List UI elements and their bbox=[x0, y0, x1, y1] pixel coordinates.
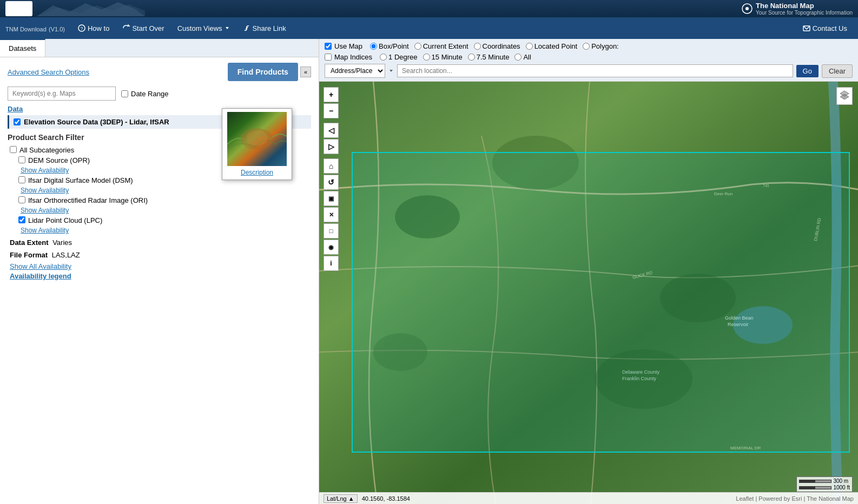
current-extent-option[interactable]: Current Extent bbox=[414, 42, 468, 50]
map-area[interactable]: Golden Bean Reservoir Delaware County Fr… bbox=[319, 82, 858, 504]
layers-button[interactable] bbox=[836, 87, 853, 105]
map-toolbar: + − ◁ ▷ ⌂ ↺ ▣ ✕ □ ◉ i bbox=[324, 87, 339, 271]
lidar-checkbox[interactable] bbox=[18, 216, 25, 223]
keyword-input[interactable] bbox=[8, 87, 116, 101]
dropdown-icon bbox=[388, 68, 394, 74]
file-format-section: File Format LAS,LAZ bbox=[10, 251, 311, 259]
address-type-select[interactable]: Address/Place bbox=[325, 64, 385, 78]
use-map-label: Use Map bbox=[325, 42, 362, 50]
all-subcategories-checkbox[interactable] bbox=[10, 146, 17, 153]
ifsar-ori-checkbox[interactable] bbox=[18, 196, 25, 203]
map-controls-row2: Map Indices 1 Degree 15 Minute 7.5 Minut… bbox=[325, 53, 853, 61]
dem-checkbox[interactable] bbox=[18, 156, 25, 163]
datasets-tab: Datasets bbox=[0, 39, 319, 57]
15-minute-option[interactable]: 15 Minute bbox=[423, 53, 463, 61]
ifsar-dsm-show-availability[interactable]: Show Availability bbox=[21, 187, 311, 194]
select-box-button[interactable]: ▣ bbox=[324, 191, 339, 206]
use-map-checkbox[interactable] bbox=[325, 43, 332, 50]
svg-point-10 bbox=[246, 130, 268, 145]
right-panel: Use Map Box/Point Current Extent Coordin… bbox=[319, 39, 858, 504]
thumbnail-popup: Description bbox=[222, 108, 292, 180]
layers-icon bbox=[839, 90, 850, 101]
scale-bar: 300 m 1000 ft bbox=[796, 476, 853, 492]
usgs-logo: USGS bbox=[6, 4, 32, 14]
how-to-button[interactable]: ? How to bbox=[72, 22, 115, 35]
attribution: Leaflet | Powered by Esri | The National… bbox=[736, 495, 854, 502]
coordinates-option[interactable]: Coordinates bbox=[474, 42, 520, 50]
forward-button[interactable]: ▷ bbox=[324, 139, 339, 154]
email-icon bbox=[803, 24, 810, 32]
info-button[interactable]: i bbox=[324, 256, 339, 271]
date-range-label: Date Range bbox=[121, 90, 168, 98]
box-point-option[interactable]: Box/Point bbox=[370, 42, 409, 50]
show-all-availability-link[interactable]: Show All Availability bbox=[10, 262, 311, 270]
tnm-subtitle: Your Source for Topographic Information bbox=[756, 10, 853, 16]
keyword-row: Date Range bbox=[8, 87, 311, 101]
clear-button[interactable]: Clear bbox=[822, 64, 853, 78]
thumbnail-svg bbox=[227, 112, 287, 166]
locate-button[interactable]: ◉ bbox=[324, 240, 339, 255]
svg-marker-11 bbox=[390, 70, 393, 72]
share-link-button[interactable]: Share Link bbox=[237, 22, 292, 35]
delete-button[interactable]: ✕ bbox=[324, 207, 339, 222]
home-button[interactable]: ⌂ bbox=[324, 158, 339, 174]
advanced-search-link[interactable]: Advanced Search Options bbox=[8, 68, 89, 76]
subcategory-lidar: Lidar Point Cloud (LPC) bbox=[18, 216, 311, 224]
svg-marker-30 bbox=[840, 94, 849, 100]
coord-bar: Lat/Lng ▲ 40.1560, -83.1584 Leaflet | Po… bbox=[319, 492, 858, 504]
7-5-minute-option[interactable]: 7.5 Minute bbox=[468, 53, 510, 61]
dem-label: DEM Source (OPR) bbox=[28, 156, 90, 164]
map-indices-label: Map Indices bbox=[325, 53, 372, 61]
app-title: TNM Download (V1.0) bbox=[5, 24, 65, 33]
1-degree-option[interactable]: 1 Degree bbox=[380, 53, 417, 61]
address-row: Address/Place Go Clear bbox=[325, 64, 853, 78]
back-button[interactable]: ◁ bbox=[324, 123, 339, 138]
usgs-bar: USGS The National Map Your Source for To… bbox=[0, 0, 858, 17]
lidar-show-availability[interactable]: Show Availability bbox=[21, 227, 311, 234]
collapse-button[interactable]: « bbox=[300, 67, 311, 77]
address-search-input[interactable] bbox=[397, 64, 793, 77]
find-products-row: Advanced Search Options Find Products « bbox=[8, 63, 311, 81]
mountain-graphic bbox=[37, 1, 145, 16]
main-layout: Datasets Advanced Search Options Find Pr… bbox=[0, 39, 858, 504]
rectangle-button[interactable]: □ bbox=[324, 223, 339, 238]
start-over-button[interactable]: Start Over bbox=[117, 22, 169, 35]
selection-box bbox=[352, 152, 850, 453]
find-products-button[interactable]: Find Products bbox=[228, 63, 298, 81]
nav-bar: TNM Download (V1.0) ? How to Start Over … bbox=[0, 17, 858, 39]
tnm-title: The National Map bbox=[756, 2, 853, 10]
link-icon bbox=[243, 24, 250, 32]
tnm-icon bbox=[742, 3, 753, 14]
thumbnail-description-link[interactable]: Description bbox=[241, 169, 273, 176]
lat-lng-button[interactable]: Lat/Lng ▲ bbox=[324, 494, 358, 503]
map-indices-checkbox[interactable] bbox=[325, 54, 332, 61]
tab-datasets[interactable]: Datasets bbox=[0, 39, 45, 57]
all-degree-option[interactable]: All bbox=[514, 53, 531, 61]
zoom-in-button[interactable]: + bbox=[324, 87, 339, 102]
go-button[interactable]: Go bbox=[796, 65, 819, 77]
ifsar-dsm-label: Ifsar Digital Surface Model (DSM) bbox=[28, 176, 133, 184]
chevron-down-icon bbox=[225, 25, 230, 31]
ifsar-ori-label: Ifsar Orthorectified Radar Image (ORI) bbox=[28, 196, 148, 204]
thumbnail-image bbox=[227, 112, 287, 166]
located-point-option[interactable]: Located Point bbox=[526, 42, 578, 50]
search-type-radio-group: Box/Point Current Extent Coordinates Loc… bbox=[370, 42, 619, 50]
map-controls-row1: Use Map Box/Point Current Extent Coordin… bbox=[325, 42, 853, 50]
date-range-checkbox[interactable] bbox=[121, 90, 128, 97]
question-icon: ? bbox=[78, 24, 85, 32]
contact-us-button[interactable]: Contact Us bbox=[797, 22, 853, 35]
refresh-button[interactable]: ↺ bbox=[324, 175, 339, 190]
svg-text:?: ? bbox=[80, 26, 83, 31]
elevation-checkbox[interactable] bbox=[14, 118, 21, 125]
availability-legend-link[interactable]: Availability legend bbox=[10, 272, 71, 280]
ifsar-dsm-checkbox[interactable] bbox=[18, 176, 25, 183]
zoom-out-button[interactable]: − bbox=[324, 103, 339, 118]
lidar-label: Lidar Point Cloud (LPC) bbox=[28, 216, 102, 224]
refresh-icon bbox=[122, 24, 130, 32]
subcategory-ifsar-ori: Ifsar Orthorectified Radar Image (ORI) bbox=[18, 196, 311, 204]
svg-point-3 bbox=[745, 7, 749, 10]
custom-views-button[interactable]: Custom Views bbox=[172, 22, 235, 35]
polygon-option[interactable]: Polygon: bbox=[583, 42, 619, 50]
ifsar-ori-show-availability[interactable]: Show Availability bbox=[21, 207, 311, 214]
tnm-logo: The National Map Your Source for Topogra… bbox=[742, 2, 853, 16]
